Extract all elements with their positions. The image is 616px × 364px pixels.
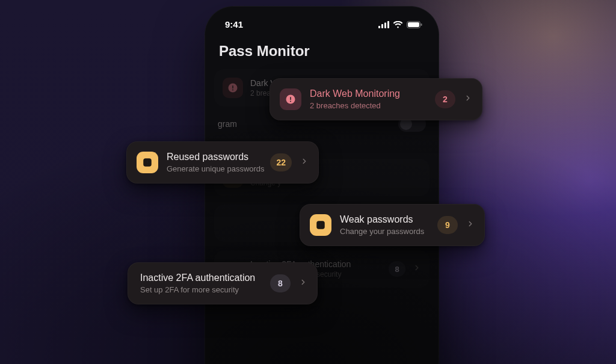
- chevron-right-icon: [464, 94, 472, 105]
- wifi-icon: [393, 21, 403, 28]
- count-badge: 8: [389, 261, 405, 277]
- chevron-right-icon: [466, 220, 475, 230]
- svg-point-15: [290, 100, 291, 102]
- count-badge: 22: [270, 153, 292, 171]
- svg-point-21: [320, 226, 321, 227]
- alert-icon: [310, 214, 331, 236]
- svg-rect-3: [387, 21, 389, 28]
- svg-point-9: [232, 89, 233, 90]
- page-title: Pass Monitor: [205, 35, 439, 69]
- svg-rect-14: [290, 97, 291, 100]
- svg-rect-1: [381, 24, 383, 28]
- svg-rect-6: [421, 23, 422, 26]
- count-badge: 9: [437, 216, 458, 234]
- callout-title: Dark Web Monitoring: [310, 88, 427, 99]
- count-badge: 2: [435, 90, 455, 108]
- battery-icon: [407, 21, 422, 28]
- toggle-label: gram: [218, 119, 237, 129]
- callout-title: Weak passwords: [340, 214, 429, 225]
- callout-reused-passwords[interactable]: Reused passwords Generate unique passwor…: [126, 141, 319, 184]
- chevron-right-icon: [299, 278, 307, 289]
- phone-frame: 9:41 Pass Monitor Dark W 2 breache: [205, 6, 439, 364]
- count-badge: 8: [270, 274, 291, 292]
- cellular-signal-icon: [378, 21, 389, 28]
- alert-icon: [223, 78, 243, 98]
- status-bar: 9:41: [205, 14, 439, 35]
- status-right: [378, 21, 422, 28]
- callout-title: Inactive 2FA authentication: [140, 273, 262, 283]
- callout-subtitle: 2 breaches detected: [310, 101, 427, 110]
- chevron-right-icon: [413, 264, 421, 274]
- status-time: 9:41: [225, 19, 243, 29]
- callout-subtitle: Set up 2FA for more security: [140, 285, 262, 294]
- svg-rect-5: [408, 22, 419, 27]
- chevron-right-icon: [300, 157, 309, 168]
- svg-rect-17: [147, 160, 148, 163]
- callout-dark-web[interactable]: Dark Web Monitoring 2 breaches detected …: [270, 78, 482, 120]
- alert-icon: [280, 88, 301, 110]
- callout-title: Reused passwords: [167, 152, 262, 162]
- callout-weak-passwords[interactable]: Weak passwords Change your passwords 9: [300, 204, 485, 246]
- svg-point-18: [147, 164, 148, 165]
- callout-subtitle: Generate unique passwords: [167, 164, 262, 173]
- svg-rect-20: [320, 223, 321, 226]
- alert-icon: [137, 152, 158, 173]
- svg-rect-8: [232, 85, 233, 88]
- callout-subtitle: Change your passwords: [340, 227, 429, 236]
- svg-rect-2: [384, 22, 386, 28]
- callout-inactive-2fa[interactable]: Inactive 2FA authentication Set up 2FA f…: [128, 262, 318, 304]
- svg-rect-0: [378, 26, 380, 28]
